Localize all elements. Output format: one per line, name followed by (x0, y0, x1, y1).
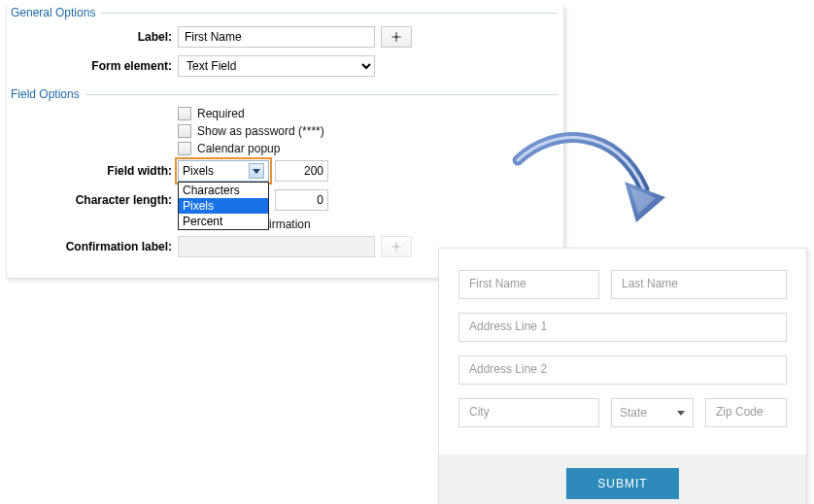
form-element-row: Form element: Text Field (13, 54, 558, 78)
form-element-caption: Form element: (13, 59, 178, 73)
field-width-select-wrap: Pixels Characters Pixels Percent (178, 160, 269, 182)
field-width-dropdown: Characters Pixels Percent (178, 182, 269, 230)
confirmation-row: irmation (269, 218, 558, 231)
last-name-field[interactable]: Last Name (611, 270, 787, 299)
field-options-fieldset: Field Options Required Show as password … (13, 87, 558, 264)
label-row: Label: (13, 25, 558, 49)
svg-point-1 (395, 246, 397, 248)
confirmation-pick-button (381, 236, 412, 257)
general-options-legend: General Options (11, 6, 101, 19)
confirmation-checkbox-suffix: irmation (269, 218, 311, 231)
calendar-checkbox[interactable] (178, 142, 191, 155)
zip-field[interactable]: Zip Code (705, 398, 787, 427)
required-label: Required (197, 107, 245, 120)
field-width-value-input[interactable] (275, 160, 328, 182)
addr2-row: Address Line 2 (458, 355, 787, 385)
char-length-row: Character length: (13, 188, 558, 212)
chevron-down-icon (249, 163, 264, 179)
password-row: Show as password (****) (178, 124, 558, 138)
password-label: Show as password (****) (197, 124, 324, 138)
field-width-row: Field width: Pixels Characters Pixels Pe… (13, 159, 558, 183)
password-checkbox[interactable] (178, 124, 191, 138)
general-options-fieldset: General Options Label: Form element: Tex… (13, 6, 558, 84)
field-width-option-characters[interactable]: Characters (179, 183, 268, 198)
label-input[interactable] (178, 26, 375, 48)
confirmation-label-input (178, 236, 375, 257)
address1-field[interactable]: Address Line 1 (458, 313, 787, 342)
addr1-row: Address Line 1 (458, 313, 787, 342)
required-checkbox[interactable] (178, 107, 191, 120)
char-length-input[interactable] (275, 189, 328, 211)
pick-element-button[interactable] (381, 26, 412, 48)
address2-field[interactable]: Address Line 2 (458, 355, 787, 385)
preview-form: First Name Last Name Address Line 1 Addr… (438, 248, 807, 504)
state-select-text: State (620, 406, 647, 420)
state-select[interactable]: State (611, 398, 694, 427)
chevron-down-icon (677, 411, 685, 416)
char-length-caption: Character length: (13, 193, 178, 207)
field-width-caption: Field width: (13, 164, 178, 178)
crosshair-icon (390, 30, 403, 44)
confirmation-label-caption: Confirmation label: (13, 240, 178, 253)
first-name-field[interactable]: First Name (458, 270, 599, 299)
form-element-select[interactable]: Text Field (178, 55, 375, 77)
calendar-label: Calendar popup (197, 142, 280, 155)
label-caption: Label: (13, 30, 178, 44)
field-width-select[interactable]: Pixels (178, 160, 269, 182)
name-row: First Name Last Name (458, 270, 787, 299)
field-width-option-percent[interactable]: Percent (179, 214, 268, 229)
city-row: City State Zip Code (458, 398, 787, 427)
city-field[interactable]: City (458, 398, 599, 427)
preview-footer: SUBMIT (439, 454, 806, 504)
preview-body: First Name Last Name Address Line 1 Addr… (439, 249, 806, 454)
config-panel: General Options Label: Form element: Tex… (6, 6, 564, 279)
crosshair-icon (390, 240, 403, 253)
submit-button[interactable]: SUBMIT (566, 468, 678, 499)
field-width-option-pixels[interactable]: Pixels (179, 198, 268, 214)
field-width-select-text: Pixels (183, 164, 249, 178)
required-row: Required (178, 107, 558, 120)
calendar-row: Calendar popup (178, 142, 558, 155)
field-options-legend: Field Options (11, 87, 85, 101)
svg-point-0 (395, 36, 397, 38)
